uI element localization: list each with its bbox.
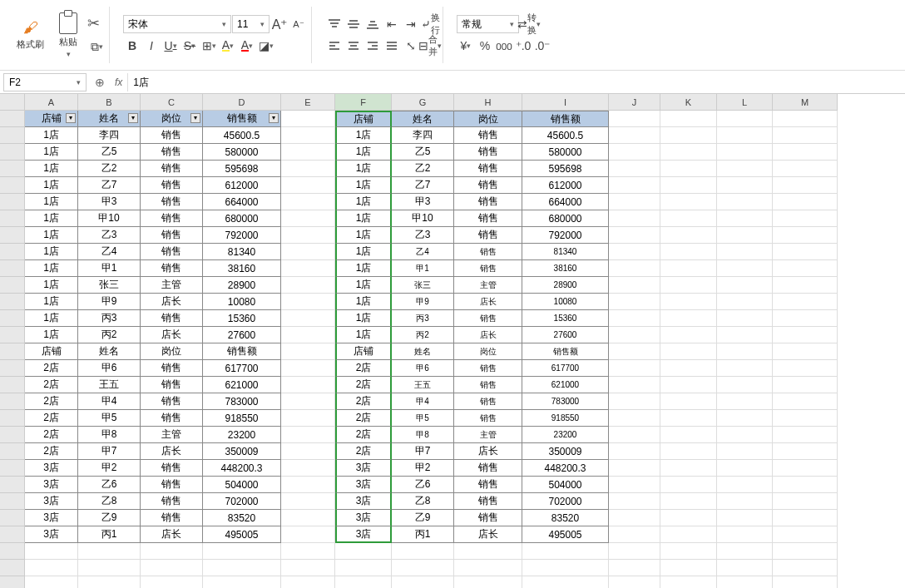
cell[interactable] <box>773 244 838 260</box>
cell[interactable] <box>717 111 773 127</box>
cell[interactable] <box>609 543 660 560</box>
cell[interactable] <box>609 377 660 393</box>
cell[interactable]: 乙6 <box>392 477 454 493</box>
cell[interactable]: 乙2 <box>78 161 141 177</box>
cell[interactable] <box>609 327 660 343</box>
cell[interactable]: 702000 <box>203 493 281 510</box>
cell[interactable] <box>78 560 141 576</box>
cell[interactable] <box>609 161 660 177</box>
increase-font-button[interactable]: A⁺ <box>270 15 289 33</box>
cell[interactable]: 23200 <box>522 427 609 443</box>
cell[interactable]: 乙8 <box>392 493 454 510</box>
align-right-button[interactable] <box>363 37 382 55</box>
cell[interactable] <box>773 393 838 410</box>
cell[interactable] <box>609 277 660 294</box>
cell[interactable] <box>660 177 717 194</box>
cell[interactable] <box>660 343 717 360</box>
cell[interactable]: 店长 <box>454 526 522 543</box>
cell[interactable]: 甲9 <box>78 294 141 310</box>
cell[interactable]: 乙5 <box>392 144 454 161</box>
cell[interactable]: 1店 <box>25 210 78 227</box>
cell[interactable]: 2店 <box>335 443 392 460</box>
row-header[interactable] <box>0 526 25 543</box>
cell[interactable]: 甲3 <box>392 194 454 210</box>
row-header[interactable] <box>0 576 25 588</box>
cell[interactable]: 617700 <box>522 360 609 377</box>
cell[interactable] <box>717 393 773 410</box>
cell[interactable]: 580000 <box>203 144 281 161</box>
cell[interactable]: 504000 <box>203 477 281 493</box>
cell[interactable]: 621000 <box>522 377 609 393</box>
cell[interactable]: 岗位 <box>454 343 522 360</box>
cell[interactable] <box>717 294 773 310</box>
cell[interactable] <box>522 576 609 588</box>
cell[interactable] <box>773 310 838 327</box>
cell[interactable] <box>609 210 660 227</box>
cell[interactable]: 83520 <box>203 510 281 526</box>
cell[interactable]: 甲2 <box>78 460 141 477</box>
fx-label[interactable]: fx <box>115 77 122 88</box>
row-header[interactable] <box>0 294 25 310</box>
cell[interactable] <box>660 260 717 277</box>
cell[interactable]: 1店 <box>335 127 392 144</box>
cell[interactable] <box>773 510 838 526</box>
cell[interactable] <box>773 576 838 588</box>
cell[interactable]: 1店 <box>335 260 392 277</box>
cell[interactable]: 销售 <box>141 194 203 210</box>
cell[interactable]: 甲3 <box>78 194 141 210</box>
cell[interactable]: 495005 <box>203 526 281 543</box>
cell[interactable] <box>281 443 335 460</box>
cell[interactable]: 918550 <box>522 410 609 427</box>
cell[interactable] <box>660 277 717 294</box>
column-header-A[interactable]: A <box>25 94 78 111</box>
cell[interactable] <box>773 210 838 227</box>
cell[interactable]: 甲8 <box>392 427 454 443</box>
cell[interactable] <box>660 161 717 177</box>
filter-dropdown[interactable]: ▾ <box>66 113 76 123</box>
cell[interactable] <box>773 377 838 393</box>
cell[interactable]: 2店 <box>335 393 392 410</box>
cell[interactable] <box>660 460 717 477</box>
row-header[interactable] <box>0 161 25 177</box>
font-name-select[interactable]: 宋体▾ <box>123 15 231 33</box>
cell[interactable] <box>281 377 335 393</box>
cell[interactable]: 乙6 <box>78 477 141 493</box>
spreadsheet-grid[interactable]: ABCDEFGHIJKLM 店铺▾姓名▾岗位▾销售额▾店铺姓名岗位销售额1店李四… <box>0 94 905 588</box>
cell[interactable] <box>281 194 335 210</box>
cell[interactable]: 2店 <box>335 410 392 427</box>
cell[interactable] <box>773 227 838 244</box>
cell[interactable] <box>281 210 335 227</box>
cell[interactable]: 3店 <box>25 510 78 526</box>
cell[interactable]: 销售 <box>454 493 522 510</box>
cell[interactable] <box>660 327 717 343</box>
cell[interactable] <box>609 127 660 144</box>
cell[interactable]: 销售 <box>454 244 522 260</box>
cell[interactable]: 甲10 <box>392 210 454 227</box>
highlight-color-button[interactable]: A▾ <box>219 37 237 55</box>
cell[interactable]: 店长 <box>141 443 203 460</box>
cell[interactable]: 李四 <box>78 127 141 144</box>
cell[interactable]: 销售 <box>454 460 522 477</box>
cell[interactable] <box>773 277 838 294</box>
cell[interactable]: 销售额 <box>203 343 281 360</box>
cell[interactable]: 甲4 <box>392 393 454 410</box>
align-top-button[interactable] <box>325 15 344 33</box>
cell[interactable]: 621000 <box>203 377 281 393</box>
cell[interactable]: 销售 <box>141 460 203 477</box>
cell[interactable] <box>281 360 335 377</box>
cell[interactable]: 甲4 <box>78 393 141 410</box>
cell[interactable] <box>141 543 203 560</box>
cell[interactable]: 448200.3 <box>203 460 281 477</box>
cell[interactable]: 595698 <box>522 161 609 177</box>
cell[interactable] <box>660 111 717 127</box>
cell[interactable]: 1店 <box>335 244 392 260</box>
indent-decrease-button[interactable]: ⇤ <box>383 15 401 33</box>
cell[interactable]: 3店 <box>25 493 78 510</box>
cell[interactable]: 1店 <box>25 260 78 277</box>
orientation-button[interactable]: ⤡ <box>402 37 420 55</box>
cell[interactable] <box>609 410 660 427</box>
cell[interactable] <box>454 543 522 560</box>
zoom-icon[interactable]: ⊕ <box>95 76 105 89</box>
cell[interactable]: 销售 <box>141 177 203 194</box>
cell[interactable] <box>660 576 717 588</box>
